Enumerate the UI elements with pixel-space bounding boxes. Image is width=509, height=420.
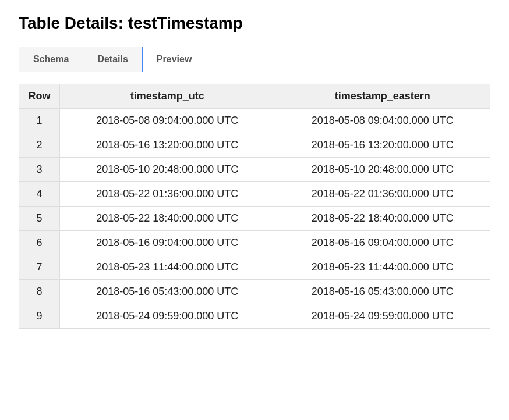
cell-timestamp-utc: 2018-05-16 13:20:00.000 UTC (60, 133, 275, 158)
row-number: 4 (19, 182, 60, 207)
column-header-row: Row (19, 84, 60, 109)
row-number: 3 (19, 158, 60, 182)
tab-bar: Schema Details Preview (19, 47, 490, 72)
cell-timestamp-utc: 2018-05-08 09:04:00.000 UTC (60, 109, 275, 133)
row-number: 7 (19, 255, 60, 280)
cell-timestamp-utc: 2018-05-24 09:59:00.000 UTC (60, 304, 275, 329)
tab-details[interactable]: Details (83, 47, 142, 72)
cell-timestamp-eastern: 2018-05-22 18:40:00.000 UTC (275, 207, 490, 231)
cell-timestamp-eastern: 2018-05-16 09:04:00.000 UTC (275, 231, 490, 255)
cell-timestamp-utc: 2018-05-22 18:40:00.000 UTC (60, 207, 275, 231)
cell-timestamp-utc: 2018-05-16 05:43:00.000 UTC (60, 280, 275, 304)
cell-timestamp-utc: 2018-05-10 20:48:00.000 UTC (60, 158, 275, 182)
row-number: 1 (19, 109, 60, 133)
table-row: 32018-05-10 20:48:00.000 UTC2018-05-10 2… (19, 158, 490, 182)
table-row: 42018-05-22 01:36:00.000 UTC2018-05-22 0… (19, 182, 490, 207)
table-row: 72018-05-23 11:44:00.000 UTC2018-05-23 1… (19, 255, 490, 280)
data-table: Row timestamp_utc timestamp_eastern 1201… (19, 84, 490, 329)
page-title: Table Details: testTimestamp (19, 14, 490, 33)
cell-timestamp-eastern: 2018-05-10 20:48:00.000 UTC (275, 158, 490, 182)
tab-preview[interactable]: Preview (142, 47, 206, 72)
row-number: 2 (19, 133, 60, 158)
table-row: 62018-05-16 09:04:00.000 UTC2018-05-16 0… (19, 231, 490, 255)
cell-timestamp-utc: 2018-05-22 01:36:00.000 UTC (60, 182, 275, 207)
table-row: 52018-05-22 18:40:00.000 UTC2018-05-22 1… (19, 207, 490, 231)
table-row: 82018-05-16 05:43:00.000 UTC2018-05-16 0… (19, 280, 490, 304)
tab-schema[interactable]: Schema (19, 47, 83, 72)
row-number: 9 (19, 304, 60, 329)
column-header-timestamp-utc: timestamp_utc (60, 84, 275, 109)
cell-timestamp-utc: 2018-05-16 09:04:00.000 UTC (60, 231, 275, 255)
column-header-timestamp-eastern: timestamp_eastern (275, 84, 490, 109)
row-number: 5 (19, 207, 60, 231)
row-number: 8 (19, 280, 60, 304)
cell-timestamp-eastern: 2018-05-16 13:20:00.000 UTC (275, 133, 490, 158)
cell-timestamp-eastern: 2018-05-24 09:59:00.000 UTC (275, 304, 490, 329)
table-row: 92018-05-24 09:59:00.000 UTC2018-05-24 0… (19, 304, 490, 329)
cell-timestamp-eastern: 2018-05-16 05:43:00.000 UTC (275, 280, 490, 304)
row-number: 6 (19, 231, 60, 255)
table-row: 22018-05-16 13:20:00.000 UTC2018-05-16 1… (19, 133, 490, 158)
table-row: 12018-05-08 09:04:00.000 UTC2018-05-08 0… (19, 109, 490, 133)
cell-timestamp-eastern: 2018-05-08 09:04:00.000 UTC (275, 109, 490, 133)
cell-timestamp-utc: 2018-05-23 11:44:00.000 UTC (60, 255, 275, 280)
cell-timestamp-eastern: 2018-05-22 01:36:00.000 UTC (275, 182, 490, 207)
cell-timestamp-eastern: 2018-05-23 11:44:00.000 UTC (275, 255, 490, 280)
